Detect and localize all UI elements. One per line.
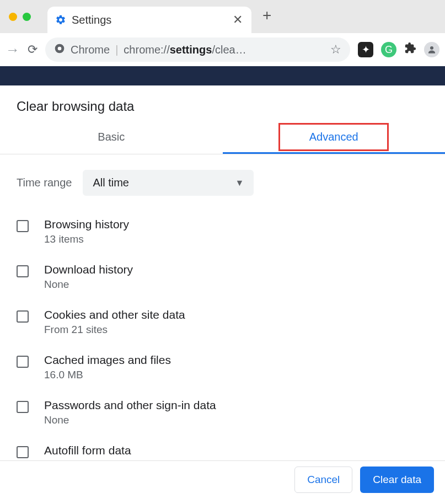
option-title: Cookies and other site data: [44, 308, 185, 321]
option-title: Browsing history: [44, 218, 129, 231]
dialog-footer: Cancel Clear data: [294, 467, 434, 493]
time-range-label: Time range: [17, 176, 72, 189]
clear-browsing-data-dialog: Clear browsing data Basic Advanced Time …: [0, 85, 445, 461]
extensions-puzzle-icon[interactable]: [404, 42, 416, 57]
reload-button[interactable]: ⟳: [28, 42, 37, 57]
option-subtitle: From 21 sites: [44, 324, 185, 336]
dialog-title: Clear browsing data: [17, 99, 428, 114]
chrome-logo-icon: [54, 43, 65, 57]
extension-icon-1[interactable]: ✦: [358, 42, 373, 57]
url-prefix: chrome://: [124, 44, 169, 56]
option-title: Passwords and other sign-in data: [44, 399, 216, 412]
options-list: Browsing history 13 items Download histo…: [17, 209, 428, 460]
tab-title: Settings: [72, 14, 226, 26]
omnibox-url: chrome://settings/clea…: [124, 44, 325, 56]
checkbox-cache[interactable]: [17, 356, 29, 368]
url-bold-part: settings: [170, 44, 212, 56]
tab-basic[interactable]: Basic: [0, 121, 223, 154]
option-title: Autofill form data: [44, 444, 131, 457]
forward-button[interactable]: →: [6, 41, 20, 58]
maximize-window-button[interactable]: [23, 13, 31, 21]
option-cookies: Cookies and other site data From 21 site…: [17, 299, 428, 345]
tab-advanced-label: Advanced: [309, 131, 358, 143]
svg-point-2: [430, 46, 433, 50]
omnibox-divider: |: [115, 44, 118, 56]
url-suffix: /clea…: [212, 44, 246, 56]
cancel-button[interactable]: Cancel: [294, 467, 352, 493]
checkbox-browsing-history[interactable]: [17, 220, 29, 232]
extension-icon-grammarly[interactable]: G: [381, 42, 396, 57]
chevron-down-icon: ▼: [235, 178, 244, 188]
browser-tab[interactable]: Settings ✕: [47, 7, 251, 33]
option-subtitle: 13 items: [44, 233, 129, 245]
option-title: Download history: [44, 263, 133, 276]
tab-strip: Settings ✕ +: [0, 0, 445, 33]
settings-header-bar: [0, 66, 445, 85]
omnibox-app-label: Chrome: [71, 44, 110, 56]
option-autofill: Autofill form data: [17, 435, 428, 460]
settings-gear-icon: [55, 14, 66, 25]
close-tab-icon[interactable]: ✕: [232, 13, 244, 27]
option-browsing-history: Browsing history 13 items: [17, 209, 428, 254]
minimize-window-button[interactable]: [9, 13, 17, 21]
window-controls: [9, 13, 31, 21]
tab-advanced[interactable]: Advanced: [223, 121, 446, 154]
checkbox-autofill[interactable]: [17, 446, 29, 458]
svg-point-1: [58, 46, 62, 50]
time-range-row: Time range All time ▼: [17, 170, 428, 196]
new-tab-button[interactable]: +: [262, 7, 271, 24]
address-bar[interactable]: Chrome | chrome://settings/clea… ☆: [45, 37, 350, 62]
bookmark-star-icon[interactable]: ☆: [330, 42, 341, 57]
option-download-history: Download history None: [17, 254, 428, 299]
browser-toolbar: → ⟳ Chrome | chrome://settings/clea… ☆ ✦…: [0, 33, 445, 66]
option-subtitle: None: [44, 414, 216, 426]
checkbox-passwords[interactable]: [17, 401, 29, 413]
option-cache: Cached images and files 16.0 MB: [17, 345, 428, 390]
option-subtitle: None: [44, 278, 133, 291]
option-passwords: Passwords and other sign-in data None: [17, 390, 428, 435]
dialog-divider: [0, 460, 445, 461]
profile-avatar-icon[interactable]: [424, 42, 439, 57]
checkbox-download-history[interactable]: [17, 265, 29, 277]
dialog-tabs: Basic Advanced: [0, 121, 445, 154]
time-range-select[interactable]: All time ▼: [83, 170, 254, 196]
option-subtitle: 16.0 MB: [44, 369, 171, 381]
clear-data-button[interactable]: Clear data: [360, 467, 434, 493]
time-range-value: All time: [93, 176, 129, 189]
checkbox-cookies[interactable]: [17, 310, 29, 323]
option-title: Cached images and files: [44, 353, 171, 367]
